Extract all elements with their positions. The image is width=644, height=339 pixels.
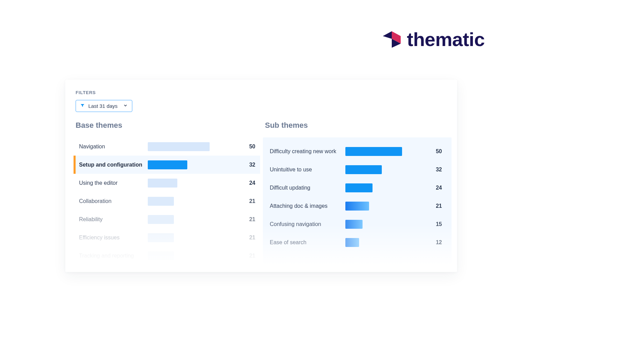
- bar-track: [345, 238, 407, 247]
- bar: [148, 233, 174, 242]
- bar: [345, 183, 373, 192]
- bar: [345, 165, 382, 174]
- bar: [345, 220, 363, 229]
- theme-value: 50: [242, 144, 255, 150]
- filter-icon: [80, 103, 85, 109]
- theme-value: 32: [242, 162, 255, 168]
- bar-track: [148, 142, 216, 151]
- bar: [148, 160, 187, 169]
- sub-theme-row[interactable]: Attaching doc & images21: [263, 197, 452, 215]
- bar: [345, 147, 402, 156]
- bar: [148, 215, 174, 224]
- bar: [345, 202, 369, 211]
- base-themes-list: Navigation50Setup and configuration32Usi…: [76, 137, 260, 265]
- bar-track: [345, 202, 407, 211]
- theme-label: Efficiency issues: [79, 235, 148, 241]
- theme-value: 24: [428, 185, 442, 191]
- sub-theme-row[interactable]: Ease of search12: [263, 233, 452, 251]
- filter-selected-label: Last 31 days: [88, 103, 118, 109]
- brand-wordmark: thematic: [407, 28, 485, 50]
- theme-value: 21: [242, 216, 255, 223]
- bar-track: [345, 183, 407, 192]
- brand-logo: thematic: [381, 28, 485, 50]
- base-theme-row[interactable]: Setup and configuration32: [76, 156, 260, 174]
- theme-value: 50: [428, 148, 442, 155]
- theme-label: Tracking and reporting: [79, 253, 148, 259]
- theme-value: 21: [242, 235, 255, 241]
- bar: [148, 197, 174, 206]
- base-theme-row[interactable]: Collaboration21: [76, 192, 260, 210]
- theme-value: 32: [428, 167, 442, 173]
- theme-label: Unintuitive to use: [270, 167, 345, 173]
- base-theme-row[interactable]: Reliability21: [76, 210, 260, 228]
- sub-theme-row[interactable]: Difficult updating24: [263, 179, 452, 197]
- theme-label: Using the editor: [79, 180, 148, 186]
- bar-track: [345, 220, 407, 229]
- base-theme-row[interactable]: Efficiency issues21: [76, 228, 260, 247]
- theme-value: 24: [242, 180, 255, 186]
- theme-value: 21: [428, 203, 442, 209]
- bar: [148, 179, 177, 188]
- base-themes-column: Base themes Navigation50Setup and config…: [76, 121, 260, 265]
- bar: [148, 251, 174, 260]
- theme-label: Collaboration: [79, 198, 148, 204]
- base-theme-row[interactable]: Using the editor24: [76, 174, 260, 192]
- theme-label: Confusing navigation: [270, 221, 345, 227]
- theme-label: Difficult updating: [270, 185, 345, 191]
- bar-track: [345, 165, 407, 174]
- theme-label: Reliability: [79, 216, 148, 223]
- filters-heading: FILTERS: [76, 90, 449, 95]
- theme-value: 15: [428, 221, 442, 227]
- themes-panel: FILTERS Last 31 days Base themes Navigat…: [65, 80, 457, 272]
- theme-label: Attaching doc & images: [270, 203, 345, 209]
- sub-themes-column: Sub themes Difficulty creating new work5…: [265, 121, 449, 265]
- bar-track: [148, 197, 216, 206]
- theme-value: 12: [428, 239, 442, 246]
- base-themes-title: Base themes: [76, 121, 260, 130]
- theme-value: 21: [242, 253, 255, 259]
- bar-track: [148, 233, 216, 242]
- sub-themes-title: Sub themes: [265, 121, 449, 130]
- bar: [148, 142, 210, 151]
- theme-label: Navigation: [79, 144, 148, 150]
- bar-track: [148, 215, 216, 224]
- theme-label: Difficulty creating new work: [270, 148, 345, 155]
- chevron-down-icon: [123, 103, 128, 109]
- theme-label: Setup and configuration: [79, 162, 148, 168]
- base-theme-row[interactable]: Navigation50: [76, 137, 260, 156]
- sub-theme-row[interactable]: Difficulty creating new work50: [263, 142, 452, 160]
- sub-theme-row[interactable]: Confusing navigation15: [263, 215, 452, 233]
- base-theme-row[interactable]: Tracking and reporting21: [76, 247, 260, 265]
- bar: [345, 238, 359, 247]
- bar-track: [148, 251, 216, 260]
- sub-themes-area: Difficulty creating new work50Unintuitiv…: [263, 137, 452, 265]
- brand-logo-mark: [381, 29, 403, 50]
- bar-track: [148, 160, 216, 169]
- sub-themes-list: Difficulty creating new work50Unintuitiv…: [263, 142, 452, 251]
- theme-value: 21: [242, 198, 255, 204]
- bar-track: [148, 179, 216, 188]
- sub-theme-row[interactable]: Unintuitive to use32: [263, 160, 452, 179]
- theme-label: Ease of search: [270, 239, 345, 246]
- date-range-filter[interactable]: Last 31 days: [76, 100, 132, 112]
- bar-track: [345, 147, 407, 156]
